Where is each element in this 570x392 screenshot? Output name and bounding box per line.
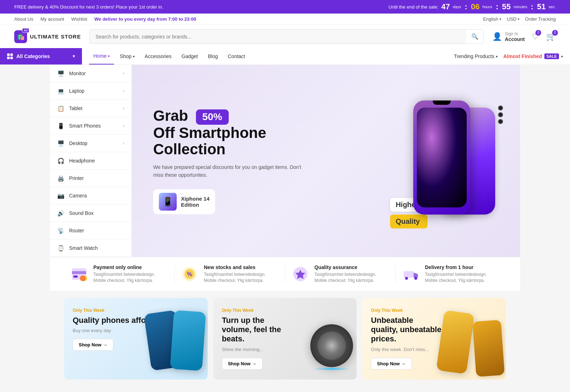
logo[interactable]: 🛍️ AD ULTIMATE STORE <box>14 30 81 43</box>
hero-product-card[interactable]: 📱 Xiphone 14 Edition <box>153 189 215 214</box>
wishlist-badge: 0 <box>535 30 541 36</box>
smartwatch-icon: ⌚ <box>57 244 65 252</box>
cart-button[interactable]: 🛒 0 <box>546 32 556 41</box>
promo-title-2: Turn up the volume, feel the beats. <box>222 316 293 344</box>
svg-point-11 <box>414 277 417 280</box>
promo-image-gold <box>441 298 502 380</box>
promo-card-speaker: Only This Week Turn up the volume, feel … <box>213 298 357 380</box>
nav-blog[interactable]: Blog <box>203 48 222 64</box>
sidebar-item-monitor[interactable]: 🖥️ Monitor › <box>50 65 131 82</box>
phone-mockup <box>410 97 509 225</box>
desktop-icon: 🖥️ <box>57 139 65 147</box>
order-tracking-link[interactable]: Order Tracking <box>525 16 556 22</box>
top-banner: FREE delivery & 40% Discount for next 3 … <box>0 0 570 14</box>
sidebar-item-headphone[interactable]: 🎧 Headphone <box>50 152 131 170</box>
phone-notch <box>433 100 451 105</box>
payment-icon <box>70 265 88 283</box>
logo-icon: 🛍️ AD <box>14 30 27 43</box>
language-dropdown[interactable]: English ▾ <box>483 16 501 22</box>
speaker-shape <box>310 324 353 367</box>
promo-shop-button-1[interactable]: Shop Now → <box>73 339 113 351</box>
nav-links: Home ▾ Shop ▾ Accessories Gadget Blog Co… <box>82 48 447 65</box>
trending-products-button[interactable]: Trending Products ▾ <box>454 53 498 59</box>
search-input[interactable] <box>90 30 466 43</box>
currency-dropdown[interactable]: USD ▾ <box>507 16 519 22</box>
nav-gadget[interactable]: Gadget <box>177 48 202 64</box>
stocks-icon: % <box>180 265 199 283</box>
logo-badge: AD <box>22 28 29 33</box>
sidebar-item-camera[interactable]: 📷 Camera <box>50 187 131 205</box>
product-icon: 📱 <box>159 193 177 211</box>
promo-image-speaker <box>310 298 353 380</box>
promo-title-3: Unbeatable quality, unbeatable prices. <box>371 316 442 344</box>
hero-banner: Grab 50% Off Smartphone Collection We ha… <box>132 65 520 257</box>
feature-quality: Quality assurance Tasigförsamhet beteend… <box>285 264 396 284</box>
promo-image-phones <box>140 298 204 380</box>
sale-label: Until the end of the sale: <box>388 4 438 10</box>
feature-quality-text: Quality assurance Tasigförsamhet beteend… <box>315 264 390 284</box>
almost-finished-button[interactable]: Almost Finished SALE ▾ <box>503 53 563 59</box>
promo-shop-button-2[interactable]: Shop Now → <box>222 358 263 370</box>
headphone-icon: 🎧 <box>57 157 65 165</box>
cart-badge: 0 <box>552 30 558 36</box>
phone-cameras <box>498 105 503 124</box>
discount-badge: 50% <box>196 109 229 125</box>
feature-stocks: % New stocks and sales Tasigförsamhet be… <box>175 264 285 284</box>
sidebar-item-sound-box[interactable]: 🔊 Sound Box <box>50 205 131 222</box>
promo-shop-button-3[interactable]: Shop Now → <box>371 358 411 370</box>
nav-accessories[interactable]: Accessories <box>140 48 176 64</box>
nav-contact[interactable]: Contact <box>224 48 249 64</box>
nav-shop[interactable]: Shop ▾ <box>115 48 139 64</box>
hero-content: Grab 50% Off Smartphone Collection We ha… <box>153 108 303 214</box>
chevron-down-icon: ▾ <box>496 55 498 58</box>
sidebar-item-smart-watch[interactable]: ⌚ Smart Watch <box>50 239 131 257</box>
sidebar-item-laptop[interactable]: 💻 Laptop › <box>50 82 131 100</box>
svg-text:%: % <box>187 271 192 277</box>
sidebar: 🖥️ Monitor › 💻 Laptop › 📋 Tablet › <box>50 65 132 257</box>
chevron-right-icon: › <box>123 123 124 128</box>
printer-icon: 🖨️ <box>57 174 65 182</box>
sidebar-item-router[interactable]: 📡 Router <box>50 222 131 239</box>
feature-payment-text: Payment only online Tasigförsamhet betee… <box>93 264 169 284</box>
my-account-link[interactable]: My account <box>40 16 64 22</box>
secondary-nav-left: About Us My account Wishlist We deliver … <box>14 16 196 22</box>
camera-lens <box>498 112 503 117</box>
quality-icon <box>291 265 310 283</box>
account-button[interactable]: 👤 Sign In Account <box>492 31 525 42</box>
chevron-down-icon: ▾ <box>518 17 519 21</box>
sidebar-item-printer[interactable]: 🖨️ Printer <box>50 170 131 187</box>
promo-section: Only This Week Quality phones affordable… <box>50 291 520 387</box>
sidebar-item-smart-phones[interactable]: 📱 Smart Phones › <box>50 117 131 135</box>
chevron-right-icon: › <box>123 71 124 76</box>
countdown-seconds: 51 <box>537 3 545 11</box>
all-categories-button[interactable]: All Categories ▾ <box>0 48 82 65</box>
wishlist-link[interactable]: Wishlist <box>71 16 87 22</box>
search-button[interactable]: 🔍 <box>466 30 483 43</box>
wishlist-button[interactable]: ♡ 0 <box>532 32 539 41</box>
laptop-icon: 💻 <box>57 87 65 95</box>
secondary-nav-right: English ▾ USD ▾ Order Tracking <box>483 16 556 22</box>
main-header: 🛍️ AD ULTIMATE STORE 🔍 👤 Sign In Account… <box>0 25 570 48</box>
main-nav: All Categories ▾ Home ▾ Shop ▾ Accessori… <box>0 48 570 65</box>
features-row: Payment only online Tasigförsamhet betee… <box>50 257 520 291</box>
monitor-icon: 🖥️ <box>57 69 65 77</box>
nav-right: Trending Products ▾ Almost Finished SALE… <box>447 48 570 65</box>
svg-point-10 <box>405 277 408 280</box>
sidebar-item-tablet[interactable]: 📋 Tablet › <box>50 100 131 117</box>
hero-title: Grab 50% Off Smartphone Collection <box>153 108 303 158</box>
router-icon: 📡 <box>57 227 65 234</box>
hero-product-name: Xiphone 14 Edition <box>181 196 209 208</box>
hero-phone-image <box>399 65 520 257</box>
promo-text: FREE delivery & 40% Discount for next 3 … <box>14 4 163 10</box>
chevron-right-icon: › <box>123 141 124 146</box>
phone-front <box>413 100 470 215</box>
content-area: 🖥️ Monitor › 💻 Laptop › 📋 Tablet › <box>50 65 520 257</box>
nav-home[interactable]: Home ▾ <box>89 48 114 65</box>
chevron-down-icon: ▾ <box>499 17 501 21</box>
account-text-wrap: Sign In Account <box>505 31 525 42</box>
sidebar-item-desktop[interactable]: 🖥️ Desktop › <box>50 135 131 152</box>
chevron-right-icon: › <box>123 106 124 111</box>
delivery-hours: 7:00 to 23:00 <box>168 16 196 22</box>
svg-point-4 <box>80 275 86 281</box>
about-us-link[interactable]: About Us <box>14 16 33 22</box>
